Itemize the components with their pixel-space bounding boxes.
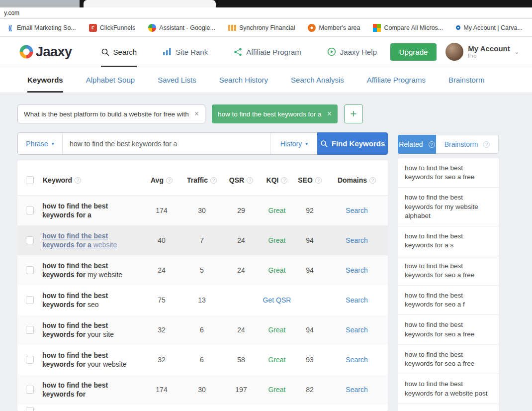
bookmarks-bar: ((Email Marketing So... FClickFunnels As… xyxy=(0,19,532,37)
related-keyword-item[interactable]: how to find the best keywords for seo a … xyxy=(398,345,499,374)
row-checkbox[interactable] xyxy=(26,206,34,214)
table-row: how to find the best keywords for your s… xyxy=(17,315,388,345)
browser-tab-inactive[interactable] xyxy=(0,0,80,7)
related-keyword-item[interactable]: how to find the best keywords for a webs… xyxy=(398,374,499,404)
bookmark-compare-microsoft[interactable]: Compare All Micros... xyxy=(373,24,443,32)
account-menu[interactable]: My Account Pro ⌄ xyxy=(445,43,519,61)
plus-icon: + xyxy=(351,107,357,120)
domains-search-link[interactable]: Search xyxy=(326,206,388,214)
browser-tab-active[interactable] xyxy=(84,0,216,7)
keyword-link[interactable]: how to find the best keywords for a webs… xyxy=(42,231,142,249)
help-icon: ? xyxy=(247,177,253,184)
search-bar: Phrase ▾ History ▾ Find Keywords xyxy=(17,132,388,155)
tab-affiliate-programs[interactable]: Affiliate Programs xyxy=(367,67,426,93)
related-keyword-item[interactable]: how to find the best keywords for my web… xyxy=(398,188,499,226)
col-domains: Domains? xyxy=(326,176,388,184)
col-traffic: Traffic? xyxy=(181,176,222,184)
traffic-cell: 6 xyxy=(181,326,222,334)
domains-search-link[interactable]: Search xyxy=(326,236,388,244)
address-bar[interactable]: y.com xyxy=(0,7,532,19)
tab-saved-lists[interactable]: Saved Lists xyxy=(158,67,196,93)
related-keyword-item[interactable]: how to find the best keywords for seo a … xyxy=(398,286,499,315)
jaaxy-logo[interactable]: Jaaxy xyxy=(19,44,72,60)
find-keywords-button[interactable]: Find Keywords xyxy=(317,132,388,155)
seo-cell: 82 xyxy=(294,386,326,394)
row-checkbox[interactable] xyxy=(26,236,34,244)
phrase-dropdown[interactable]: Phrase ▾ xyxy=(18,133,63,154)
help-icon: ? xyxy=(166,177,173,184)
keyword-cell: how to find the best keywords for your s… xyxy=(42,321,142,339)
nav-site-rank[interactable]: Site Rank xyxy=(163,37,208,67)
bookmark-synchrony[interactable]: Synchrony Financial xyxy=(228,24,295,31)
col-seo: SEO? xyxy=(294,176,326,184)
col-kqi: KQI? xyxy=(260,176,294,184)
row-checkbox[interactable] xyxy=(26,266,34,274)
chevron-down-icon: ⌄ xyxy=(515,49,519,55)
related-keyword-item[interactable]: how to find the best keywords for a s xyxy=(398,226,499,256)
windows-icon xyxy=(373,24,381,32)
sub-nav: Keywords Alphabet Soup Saved Lists Searc… xyxy=(0,67,532,93)
domains-search-link[interactable]: Search xyxy=(326,296,388,304)
close-icon[interactable]: × xyxy=(327,110,332,118)
upgrade-button[interactable]: Upgrade xyxy=(390,43,437,61)
history-dropdown[interactable]: History ▾ xyxy=(270,133,317,154)
search-icon xyxy=(101,48,109,56)
row-checkbox[interactable] xyxy=(26,356,34,364)
chevron-down-icon: ▾ xyxy=(52,141,54,146)
related-keyword-item[interactable]: how to find the best keywords for seo a … xyxy=(398,315,499,344)
tab-search-history[interactable]: Search History xyxy=(219,67,268,93)
keyword-search-input[interactable] xyxy=(63,133,270,154)
keyword-cell: how to find the best keywords for my web… xyxy=(42,261,142,279)
browser-topbar xyxy=(0,0,532,7)
seo-cell: 93 xyxy=(294,356,326,364)
avg-cell: 32 xyxy=(142,356,181,364)
row-checkbox[interactable] xyxy=(26,407,34,411)
nav-affiliate-program[interactable]: Affiliate Program xyxy=(234,37,301,67)
tab-keywords[interactable]: Keywords xyxy=(27,67,63,93)
kqi-cell: Great xyxy=(260,236,294,244)
help-icon: ? xyxy=(75,177,81,184)
tab-alphabet-soup[interactable]: Alphabet Soup xyxy=(86,67,135,93)
play-circle-icon xyxy=(327,47,336,56)
add-search-button[interactable]: + xyxy=(344,104,363,123)
domains-search-link[interactable]: Search xyxy=(326,326,388,334)
search-chip-active[interactable]: how to find the best keywords for a × xyxy=(212,104,338,123)
tab-brainstorm-panel[interactable]: Brainstorm ? xyxy=(436,135,499,154)
tab-brainstorm[interactable]: Brainstorm xyxy=(448,67,485,93)
select-all-checkbox[interactable] xyxy=(26,176,34,184)
bookmark-members-area[interactable]: Member's area xyxy=(308,24,360,32)
google-assistant-icon xyxy=(148,24,156,32)
domains-search-link[interactable]: Search xyxy=(326,266,388,274)
bookmark-email-marketing[interactable]: ((Email Marketing So... xyxy=(6,24,76,32)
bookmark-my-account[interactable]: My Account | Carva... xyxy=(456,24,523,31)
search-chip[interactable]: What is the best platform to build a web… xyxy=(17,104,205,123)
chevron-down-icon: ▾ xyxy=(305,141,308,146)
related-keyword-item[interactable]: how to find the best keywords for seo a … xyxy=(398,256,499,286)
related-keyword-item[interactable]: how to find the best keywords for seo a … xyxy=(398,158,499,188)
qsr-cell: 58 xyxy=(222,356,260,364)
app-header: Jaaxy Search Site Rank Affiliate Program… xyxy=(0,37,532,67)
seo-cell: 92 xyxy=(294,206,326,214)
get-qsr-link[interactable]: Get QSR xyxy=(260,296,294,304)
related-keyword-item[interactable]: how to find the best keywords for a nich… xyxy=(398,404,499,411)
nav-jaaxy-help[interactable]: Jaaxy Help xyxy=(327,37,377,67)
tab-related[interactable]: Related ? xyxy=(398,135,436,154)
row-checkbox[interactable] xyxy=(26,386,34,394)
nav-search[interactable]: Search xyxy=(101,37,137,67)
row-checkbox[interactable] xyxy=(26,326,34,334)
bookmark-clickfunnels[interactable]: FClickFunnels xyxy=(89,24,136,32)
kqi-cell: Great xyxy=(260,206,294,214)
bars-icon xyxy=(228,25,236,31)
domains-search-link[interactable]: Search xyxy=(326,356,388,364)
table-row: how to find the best keywords for your w… xyxy=(17,345,388,375)
search-icon xyxy=(320,140,328,147)
kqi-cell: Great xyxy=(260,386,294,394)
bookmark-assistant[interactable]: Assistant - Google... xyxy=(148,24,215,32)
search-chips: What is the best platform to build a web… xyxy=(17,104,388,123)
traffic-cell: 30 xyxy=(181,206,222,214)
domains-search-link[interactable]: Search xyxy=(326,386,388,394)
tab-search-analysis[interactable]: Search Analysis xyxy=(291,67,344,93)
row-checkbox[interactable] xyxy=(26,296,34,304)
close-icon[interactable]: × xyxy=(194,110,199,118)
keyword-cell: how to find the best keywords for xyxy=(42,381,142,399)
